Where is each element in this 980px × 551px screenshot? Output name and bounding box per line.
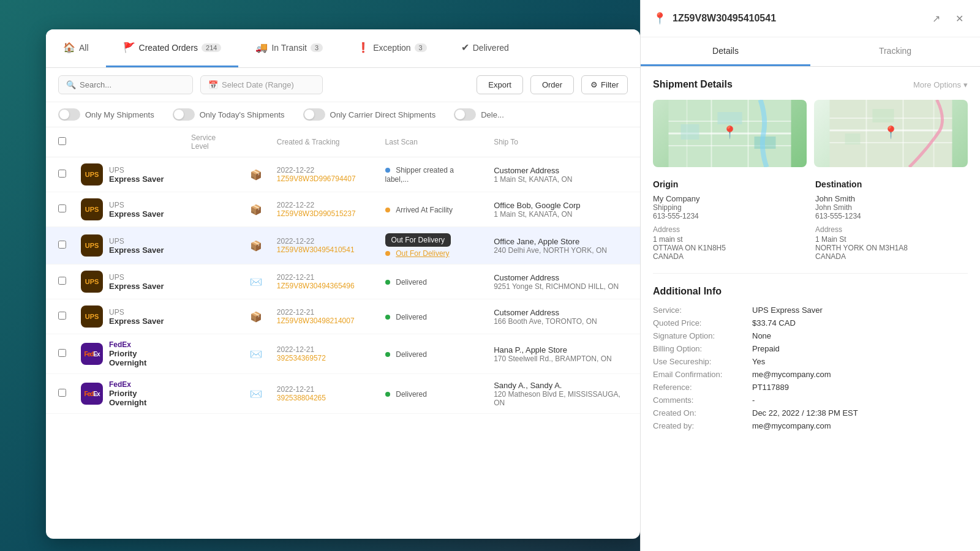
carrier-cell: UPS UPS Express Saver — [81, 234, 176, 257]
col-last-scan: Last Scan — [378, 127, 487, 157]
row-checkbox[interactable] — [58, 170, 66, 178]
table-row[interactable]: FedEx FedEx Priority Overnight ✉️ 2022-1… — [46, 374, 640, 414]
today-shipments-toggle[interactable] — [173, 108, 195, 121]
svg-rect-8 — [681, 124, 699, 140]
panel-tracking-id: 1Z59V8W30495410541 — [673, 13, 921, 24]
main-container: 🏠 All 🚩 Created Orders 214 🚚 In Transit … — [46, 29, 640, 539]
col-service-level: Service Level — [184, 127, 243, 157]
status-dot — [385, 168, 390, 173]
map-pin: 📍 — [722, 125, 737, 140]
status-dot — [385, 352, 390, 357]
row-checkbox[interactable] — [58, 389, 66, 397]
tab-exception[interactable]: ❗ Exception 3 — [340, 29, 444, 67]
check-icon: ✔ — [461, 42, 469, 53]
toggle-today-shipments: Only Today's Shipments — [173, 108, 285, 121]
svg-rect-7 — [718, 112, 742, 124]
envelope-icon: ✉️ — [250, 389, 262, 399]
truck-icon: 🚚 — [255, 42, 268, 53]
select-all-checkbox[interactable] — [58, 137, 66, 145]
tab-delivered[interactable]: ✔ Delivered — [444, 29, 526, 67]
carrier-cell: UPS UPS Express Saver — [81, 305, 176, 328]
additional-info-grid: Service: UPS Express Saver Quoted Price:… — [653, 305, 968, 430]
search-input[interactable] — [80, 80, 185, 89]
status-dot — [385, 315, 390, 320]
toggle-delete: Dele... — [454, 108, 504, 121]
destination-map: 📍 — [814, 100, 968, 167]
maps-row: 📍 📍 — [653, 100, 968, 167]
created-orders-badge: 214 — [202, 43, 221, 52]
carrier-cell: UPS UPS Express Saver — [81, 163, 176, 186]
col-ship-to: Ship To — [486, 127, 640, 157]
shipment-details-panel: 📍 1Z59V8W30495410541 ↗ ✕ Details Trackin… — [640, 0, 980, 551]
destination-section: Destination John Smith John Smith 613-55… — [815, 179, 968, 261]
exclamation-icon: ❗ — [357, 42, 369, 53]
shipments-table-container: Service Level Created & Tracking Last Sc… — [46, 127, 640, 527]
calendar-icon: 📅 — [208, 80, 218, 89]
carrier-cell: FedEx FedEx Priority Overnight — [81, 340, 176, 367]
additional-info-section: Additional Info Service: UPS Express Sav… — [653, 286, 968, 430]
ups-logo: UPS — [81, 271, 103, 293]
row-checkbox[interactable] — [58, 204, 66, 212]
ups-logo: UPS — [81, 305, 103, 328]
row-checkbox[interactable] — [58, 277, 66, 285]
carrier-cell: UPS UPS Express Saver — [81, 271, 176, 293]
exception-badge: 3 — [415, 43, 427, 52]
ups-logo: UPS — [81, 234, 103, 257]
ups-logo: UPS — [81, 163, 103, 186]
origin-map: 📍 — [653, 100, 807, 167]
status-dot — [385, 208, 390, 212]
status-dot — [385, 280, 390, 285]
panel-header: 📍 1Z59V8W30495410541 ↗ ✕ — [641, 0, 980, 37]
chevron-down-icon: ▾ — [963, 80, 968, 89]
out-for-delivery-badge: Out For Delivery — [385, 233, 451, 247]
row-checkbox[interactable] — [58, 349, 66, 357]
panel-tab-tracking[interactable]: Tracking — [810, 37, 980, 66]
more-options-button[interactable]: More Options ▾ — [913, 80, 968, 89]
date-picker[interactable]: 📅 Select Date (Range) — [200, 75, 323, 94]
svg-rect-17 — [873, 109, 894, 122]
carrier-cell: UPS UPS Express Saver — [81, 198, 176, 220]
col-created-tracking: Created & Tracking — [270, 127, 363, 157]
package-icon: 📦 — [250, 170, 262, 180]
tab-all[interactable]: 🏠 All — [46, 29, 106, 67]
origin-section: Origin My Company Shipping 613-555-1234 … — [653, 179, 805, 261]
toolbar: 🔍 📅 Select Date (Range) Export Order ⚙ F… — [46, 68, 640, 102]
row-checkbox[interactable] — [58, 312, 66, 320]
table-row[interactable]: UPS UPS Express Saver 📦 2022-12-22 1Z59V… — [46, 227, 640, 264]
package-icon: 📦 — [250, 241, 262, 251]
home-icon: 🏠 — [63, 42, 75, 53]
section-title: Shipment Details — [653, 79, 733, 90]
section-header: Shipment Details More Options ▾ — [653, 79, 968, 90]
panel-tab-details[interactable]: Details — [641, 37, 810, 66]
in-transit-badge: 3 — [311, 43, 323, 52]
ups-logo: UPS — [81, 198, 103, 220]
toggle-row: Only My Shipments Only Today's Shipments… — [46, 102, 640, 127]
search-box[interactable]: 🔍 — [58, 75, 193, 94]
close-icon[interactable]: ✕ — [951, 10, 968, 27]
table-row[interactable]: FedEx FedEx Priority Overnight ✉️ 2022-1… — [46, 334, 640, 374]
search-icon: 🔍 — [66, 80, 76, 89]
panel-tab-bar: Details Tracking — [641, 37, 980, 67]
order-button[interactable]: Order — [530, 75, 574, 94]
delete-toggle[interactable] — [454, 108, 476, 121]
row-checkbox[interactable] — [58, 241, 66, 249]
table-row[interactable]: UPS UPS Express Saver 📦 2022-12-22 1Z59V… — [46, 157, 640, 192]
location-pin-icon: 📍 — [653, 12, 666, 25]
my-shipments-toggle[interactable] — [58, 108, 80, 121]
fedex-logo: FedEx — [81, 383, 103, 405]
package-icon: 📦 — [250, 204, 262, 215]
carrier-cell: FedEx FedEx Priority Overnight — [81, 380, 176, 407]
filter-button[interactable]: ⚙ Filter — [581, 75, 628, 94]
tab-created-orders[interactable]: 🚩 Created Orders 214 — [106, 29, 239, 67]
carrier-direct-toggle[interactable] — [303, 108, 325, 121]
table-row[interactable]: UPS UPS Express Saver 📦 2022-12-22 1Z59V… — [46, 192, 640, 227]
envelope-icon: ✉️ — [250, 277, 262, 287]
export-button[interactable]: Export — [477, 75, 523, 94]
shipments-table: Service Level Created & Tracking Last Sc… — [46, 127, 640, 414]
table-row[interactable]: UPS UPS Express Saver 📦 2022-12-21 1Z59V… — [46, 299, 640, 334]
tab-in-transit[interactable]: 🚚 In Transit 3 — [238, 29, 340, 67]
toggle-carrier-direct: Only Carrier Direct Shipments — [303, 108, 436, 121]
panel-content: Shipment Details More Options ▾ — [641, 67, 980, 443]
table-row[interactable]: UPS UPS Express Saver ✉️ 2022-12-21 1Z59… — [46, 264, 640, 299]
external-link-icon[interactable]: ↗ — [927, 10, 944, 27]
